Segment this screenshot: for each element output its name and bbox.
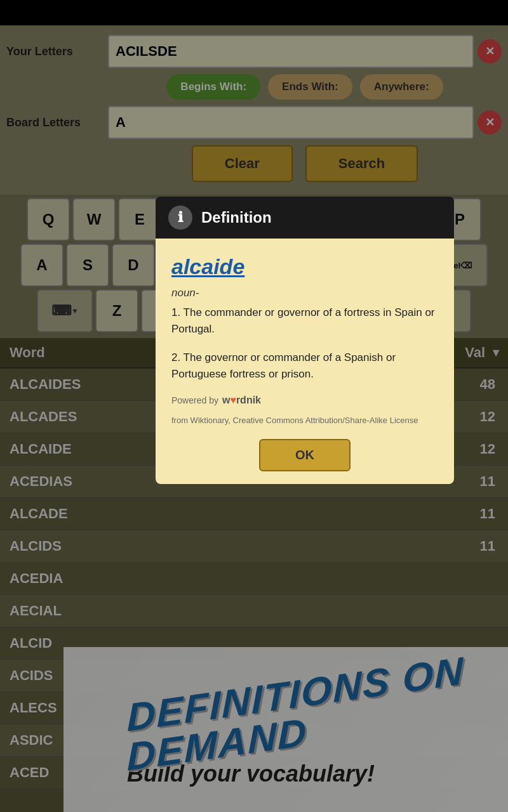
info-icon: ℹ [168,206,192,230]
definition-word: alcaide [171,254,438,279]
powered-by-label: Powered by [171,395,218,405]
definition-text-2: 2. The governor or commander of a Spanis… [171,350,438,382]
wordnik-brand: w♥rdnik [222,395,261,406]
part-of-speech: noun- [171,287,438,299]
attribution-text: from Wiktionary, Creative Commons Attrib… [171,415,438,426]
wordnik-logo: Powered by w♥rdnik [171,395,438,406]
definition-text-1: 1. The commander or governor of a fortre… [171,304,438,337]
modal-header: ℹ Definition [156,197,454,239]
ok-button[interactable]: OK [259,439,351,471]
modal-overlay: ℹ Definition alcaide noun- 1. The comman… [0,0,508,812]
modal-title: Definition [201,209,272,226]
definition-modal: ℹ Definition alcaide noun- 1. The comman… [156,197,454,484]
modal-body: alcaide noun- 1. The commander or govern… [156,239,454,484]
